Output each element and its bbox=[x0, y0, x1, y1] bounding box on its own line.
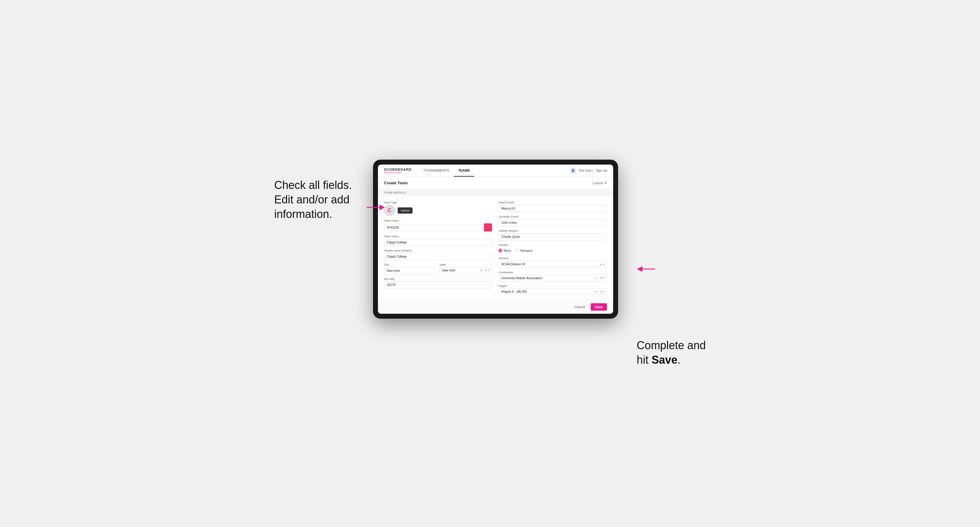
city-input[interactable] bbox=[384, 267, 437, 274]
state-chevron-icon: ▲▼ bbox=[485, 269, 490, 272]
arrow-right-icon bbox=[636, 264, 655, 274]
nav-logo: SCOREBOARD Powered by clippd bbox=[384, 168, 412, 173]
division-select-wrapper: NCAA Division III ▲▼ bbox=[498, 261, 607, 268]
zip-input[interactable] bbox=[384, 281, 493, 289]
arrow-left-icon bbox=[367, 203, 385, 212]
division-group: Division NCAA Division III ▲▼ bbox=[498, 257, 607, 268]
team-colour-group: Team colour bbox=[384, 219, 493, 232]
region-group: Region Region II - (M) DIII ✕ ▲▼ bbox=[498, 284, 607, 295]
team-name-group: Team name bbox=[384, 235, 493, 246]
conference-chevron-icon: ▲▼ bbox=[600, 276, 605, 280]
womens-radio-dot[interactable] bbox=[515, 249, 519, 252]
tab-teams[interactable]: TEAMS bbox=[454, 165, 474, 176]
head-coach-input[interactable] bbox=[498, 205, 607, 212]
city-label: City bbox=[384, 263, 437, 266]
city-state-row: City State New York ✕ ▲▼ bbox=[384, 263, 493, 274]
division-select[interactable]: NCAA Division III bbox=[498, 261, 607, 268]
gender-label: Gender bbox=[498, 243, 607, 246]
page-header: Create Team Cancel ✕ bbox=[378, 177, 614, 189]
assistant-coach-group: Assistant Coach bbox=[498, 215, 607, 226]
team-logo-label: Team logo bbox=[384, 201, 493, 204]
head-coach-group: Head Coach bbox=[498, 201, 607, 212]
form-left: Team logo C Upload Team colour bbox=[384, 201, 493, 295]
region-label: Region bbox=[498, 284, 607, 287]
header-cancel-button[interactable]: Cancel ✕ bbox=[592, 181, 607, 185]
display-name-group: Display name (unique) bbox=[384, 249, 493, 260]
nav-user: Test User | bbox=[579, 169, 593, 172]
colour-text-input[interactable] bbox=[384, 224, 484, 231]
nav-tabs: TOURNAMENTS TEAMS bbox=[419, 165, 474, 176]
region-select[interactable]: Region II - (M) DIII ✕ ▲▼ bbox=[498, 289, 607, 295]
annotation-left: Check all fields. Edit and/or add inform… bbox=[274, 160, 355, 221]
head-coach-label: Head Coach bbox=[498, 201, 607, 204]
annotation-right: Complete andhit Save. bbox=[636, 277, 706, 367]
tab-tournaments[interactable]: TOURNAMENTS bbox=[419, 165, 454, 176]
color-input-row bbox=[384, 223, 493, 232]
app-screen: SCOREBOARD Powered by clippd TOURNAMENTS… bbox=[378, 165, 614, 314]
region-chevron-icon: ▲▼ bbox=[600, 290, 605, 294]
gender-mens-option[interactable]: Mens bbox=[498, 249, 511, 252]
form-body: Team logo C Upload Team colour bbox=[378, 196, 614, 300]
assistant-coach-label: Assistant Coach bbox=[498, 215, 607, 218]
save-button[interactable]: Save bbox=[591, 303, 607, 311]
device-frame: SCOREBOARD Powered by clippd TOURNAMENTS… bbox=[373, 160, 618, 319]
team-colour-label: Team colour bbox=[384, 219, 493, 222]
sign-out-link[interactable]: Sign out bbox=[596, 169, 607, 172]
logo-circle: C bbox=[384, 205, 395, 216]
athletic-director-input[interactable] bbox=[498, 233, 607, 240]
athletic-director-group: Athletic Director bbox=[498, 229, 607, 240]
upload-button[interactable]: Upload bbox=[398, 207, 413, 214]
region-clear-icon[interactable]: ✕ bbox=[595, 290, 597, 294]
team-name-label: Team name bbox=[384, 235, 493, 238]
colour-swatch[interactable] bbox=[484, 223, 492, 232]
state-clear-icon[interactable]: ✕ bbox=[480, 269, 482, 272]
nav-bar: SCOREBOARD Powered by clippd TOURNAMENTS… bbox=[378, 165, 614, 177]
logo-sub: Powered by clippd bbox=[384, 171, 412, 173]
conference-clear-icon[interactable]: ✕ bbox=[595, 276, 597, 280]
conference-select[interactable]: University Athletic Association ✕ ▲▼ bbox=[498, 275, 607, 281]
state-select[interactable]: New York ✕ ▲▼ bbox=[439, 267, 492, 274]
form-right: Head Coach Assistant Coach Athletic Dire… bbox=[498, 201, 607, 295]
gender-radio-group: Mens Womens bbox=[498, 248, 607, 254]
state-group: State New York ✕ ▲▼ bbox=[439, 263, 492, 274]
display-name-input[interactable] bbox=[384, 253, 493, 260]
cancel-button[interactable]: Cancel bbox=[571, 303, 588, 311]
logo-row: C Upload bbox=[384, 205, 493, 216]
state-label: State bbox=[439, 263, 492, 266]
section-header: TEAM DETAILS bbox=[378, 189, 614, 196]
gender-group: Gender Mens Womens bbox=[498, 243, 607, 254]
team-name-input[interactable] bbox=[384, 239, 493, 246]
conference-label: Conference bbox=[498, 271, 607, 274]
city-group: City bbox=[384, 263, 437, 274]
avatar: 👤 bbox=[570, 168, 576, 174]
display-name-label: Display name (unique) bbox=[384, 249, 493, 252]
team-logo-group: Team logo C Upload bbox=[384, 201, 493, 216]
mens-radio-dot[interactable] bbox=[498, 249, 502, 252]
zip-label: Zip code bbox=[384, 277, 493, 281]
form-footer: Cancel Save bbox=[378, 300, 614, 314]
page-title: Create Team bbox=[384, 181, 408, 185]
logo-title: SCOREBOARD bbox=[384, 168, 412, 171]
conference-group: Conference University Athletic Associati… bbox=[498, 271, 607, 281]
assistant-coach-input[interactable] bbox=[498, 219, 607, 226]
gender-womens-option[interactable]: Womens bbox=[515, 249, 532, 252]
nav-right: 👤 Test User | Sign out bbox=[570, 168, 607, 174]
athletic-director-label: Athletic Director bbox=[498, 229, 607, 232]
division-label: Division bbox=[498, 257, 607, 260]
zip-group: Zip code bbox=[384, 277, 493, 289]
